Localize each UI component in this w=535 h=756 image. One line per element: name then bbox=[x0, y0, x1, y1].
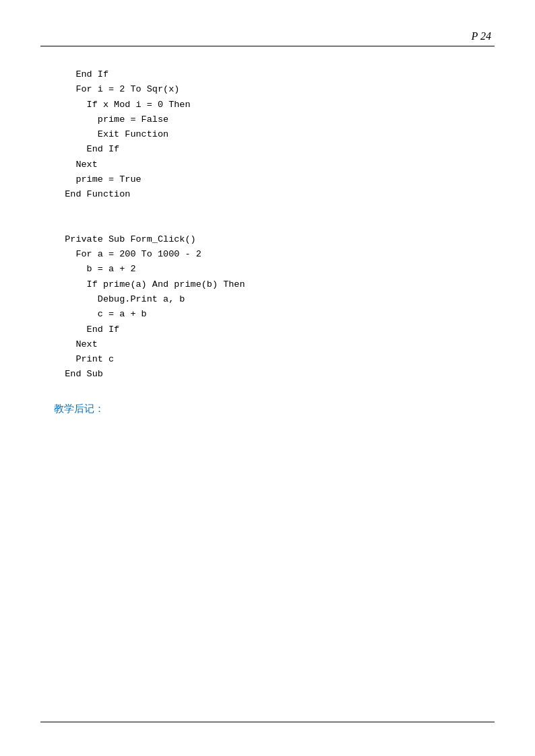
top-border bbox=[40, 46, 495, 46]
bottom-border bbox=[40, 722, 495, 722]
page-container: P 24 End If For i = 2 To Sqr(x) If x Mod… bbox=[0, 0, 535, 756]
page-number: P 24 bbox=[472, 30, 491, 42]
teaching-notes-label: 教学后记： bbox=[54, 403, 481, 415]
code-block: End If For i = 2 To Sqr(x) If x Mod i = … bbox=[54, 67, 481, 382]
content-area: End If For i = 2 To Sqr(x) If x Mod i = … bbox=[54, 61, 481, 415]
